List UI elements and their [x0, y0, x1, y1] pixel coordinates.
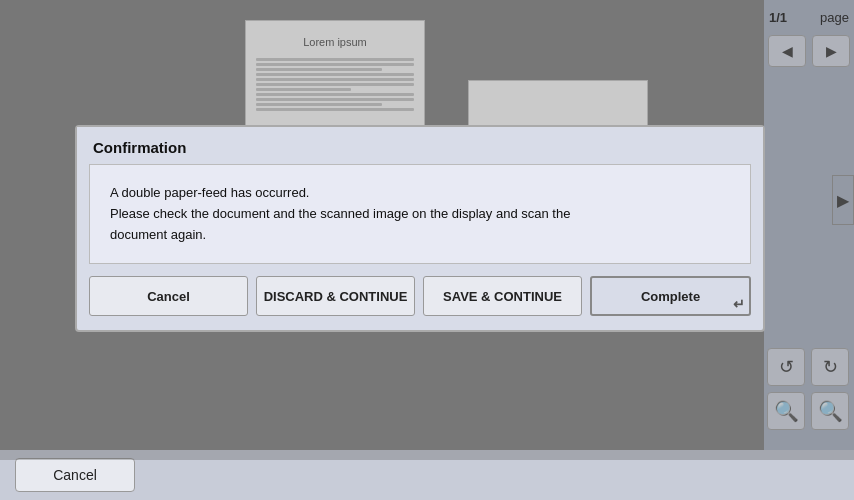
- main-area: Lorem ipsum: [0, 0, 854, 500]
- dialog-message-line1: A double paper-feed has occurred.: [110, 185, 309, 200]
- dialog-message: A double paper-feed has occurred. Please…: [110, 183, 730, 245]
- cancel-label: Cancel: [147, 289, 190, 304]
- cancel-button[interactable]: Cancel: [89, 276, 248, 316]
- dialog-body: A double paper-feed has occurred. Please…: [89, 164, 751, 264]
- discard-continue-button[interactable]: DISCARD & CONTINUE: [256, 276, 415, 316]
- bottom-cancel-label: Cancel: [53, 467, 97, 483]
- dialog-message-line3: document again.: [110, 227, 206, 242]
- save-continue-button[interactable]: SAVE & CONTINUE: [423, 276, 582, 316]
- complete-corner-icon: ↵: [733, 296, 745, 312]
- dialog-message-line2: Please check the document and the scanne…: [110, 206, 570, 221]
- confirmation-dialog: Confirmation A double paper-feed has occ…: [75, 125, 765, 332]
- discard-continue-label: DISCARD & CONTINUE: [264, 289, 408, 304]
- complete-button[interactable]: Complete ↵: [590, 276, 751, 316]
- dialog-title: Confirmation: [77, 127, 763, 164]
- dialog-buttons: Cancel DISCARD & CONTINUE SAVE & CONTINU…: [77, 276, 763, 330]
- complete-label: Complete: [641, 289, 700, 304]
- bottom-cancel-button[interactable]: Cancel: [15, 458, 135, 492]
- save-continue-label: SAVE & CONTINUE: [443, 289, 562, 304]
